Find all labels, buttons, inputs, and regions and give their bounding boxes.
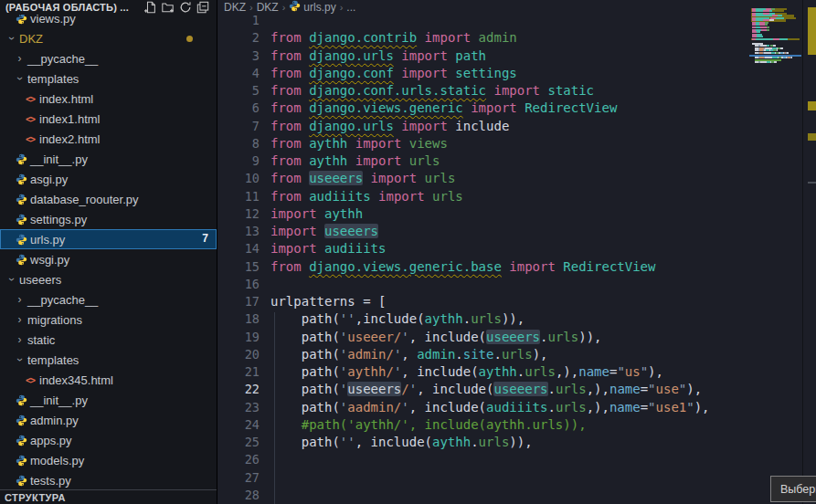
new-folder-icon[interactable] bbox=[159, 1, 176, 15]
tree-item-templates[interactable]: ›templates bbox=[0, 350, 217, 370]
code-line-5[interactable]: from django.conf.urls.static import stat… bbox=[270, 82, 749, 100]
line-number[interactable]: 28 bbox=[218, 487, 260, 504]
tree-item-models.py[interactable]: models.py bbox=[0, 450, 217, 470]
code-line-23[interactable]: path('aadmin/', include(audiiits.urls,),… bbox=[270, 399, 749, 416]
line-number[interactable]: 26 bbox=[218, 451, 260, 468]
line-number[interactable]: 23 bbox=[218, 399, 260, 416]
code-line-22[interactable]: path('useeers/', include(useeers.urls,),… bbox=[270, 381, 749, 398]
code-line-17[interactable]: urlpatterns = [ bbox=[270, 293, 749, 310]
tree-item-__init__.py[interactable]: __init__.py bbox=[0, 149, 217, 169]
tree-item-tests.py[interactable]: tests.py bbox=[0, 470, 217, 490]
line-number[interactable]: 12 bbox=[218, 205, 260, 223]
code-token: . bbox=[471, 435, 478, 449]
tree-item-index1.html[interactable]: <>index1.html bbox=[0, 109, 217, 129]
tree-item-index2.html[interactable]: <>index2.html bbox=[0, 129, 217, 149]
tree-item-asgi.py[interactable]: asgi.py bbox=[0, 169, 217, 189]
code-line-14[interactable]: import audiiits bbox=[270, 240, 749, 257]
code-line-4[interactable]: from django.conf import settings bbox=[270, 65, 749, 82]
line-number[interactable]: 14 bbox=[218, 240, 260, 257]
code-line-8[interactable]: from aythh import views bbox=[270, 135, 749, 152]
line-number[interactable]: 3 bbox=[218, 47, 260, 65]
code-line-19[interactable]: path('useeer/', include(useeers.urls)), bbox=[270, 329, 749, 346]
code-line-25[interactable]: path('', include(aythh.urls)), bbox=[270, 434, 749, 451]
line-number[interactable]: 20 bbox=[218, 346, 260, 363]
code-line-16[interactable] bbox=[270, 276, 749, 293]
code-line-24[interactable]: #path('aythh/', include(aythh.urls)), bbox=[270, 416, 749, 434]
outline-section-header[interactable]: СТРУКТУРА bbox=[0, 489, 217, 504]
line-number[interactable]: 17 bbox=[218, 293, 260, 310]
tree-item-DKZ[interactable]: ›DKZ bbox=[0, 28, 217, 48]
tree-item-wsgi.py[interactable]: wsgi.py bbox=[0, 249, 217, 269]
tree-item-migrations[interactable]: ›migrations bbox=[0, 310, 217, 330]
code-token: ), bbox=[694, 400, 710, 415]
tree-item-useeers[interactable]: ›useeers bbox=[0, 269, 217, 289]
line-number[interactable]: 8 bbox=[218, 135, 260, 152]
code-line-20[interactable]: path('admin/', admin.site.urls), bbox=[270, 346, 749, 363]
minimap[interactable] bbox=[749, 5, 801, 188]
code-editor[interactable]: from django.contrib import adminfrom dja… bbox=[270, 12, 749, 504]
tree-item-__pycache__[interactable]: ›__pycache__ bbox=[0, 289, 217, 310]
python-file-icon bbox=[14, 173, 28, 185]
line-number[interactable]: 5 bbox=[218, 82, 260, 100]
line-number[interactable]: 6 bbox=[218, 100, 260, 117]
code-token: name bbox=[609, 382, 641, 396]
code-line-27[interactable] bbox=[270, 469, 749, 487]
code-line-15[interactable]: from django.views.generic.base import Re… bbox=[270, 258, 749, 276]
code-line-26[interactable] bbox=[270, 451, 749, 468]
vscode-window: (РАБОЧАЯ ОБЛАСТЬ) ... bbox=[0, 0, 816, 504]
code-line-2[interactable]: from django.contrib import admin bbox=[270, 29, 749, 47]
line-number[interactable]: 11 bbox=[218, 188, 260, 205]
tree-item-templates[interactable]: ›templates bbox=[0, 68, 217, 89]
tree-item-apps.py[interactable]: apps.py bbox=[0, 430, 217, 450]
code-token: from bbox=[270, 30, 309, 45]
refresh-icon[interactable] bbox=[176, 1, 194, 15]
line-number[interactable]: 25 bbox=[218, 434, 260, 451]
line-number[interactable]: 22 bbox=[218, 381, 260, 398]
code-token: import bbox=[394, 66, 455, 80]
code-line-3[interactable]: from django.urls import path bbox=[270, 47, 749, 65]
code-token: django.conf.urls.static bbox=[309, 83, 486, 98]
line-number[interactable]: 16 bbox=[218, 276, 260, 293]
line-number[interactable]: 18 bbox=[218, 310, 260, 328]
tree-item-__pycache__[interactable]: ›__pycache__ bbox=[0, 48, 217, 68]
code-line-11[interactable]: from audiiits import urls bbox=[270, 188, 749, 205]
code-token: urls bbox=[525, 364, 556, 379]
code-line-9[interactable]: from aythh import urls bbox=[270, 152, 749, 170]
code-line-12[interactable]: import aythh bbox=[270, 205, 749, 223]
code-token: " bbox=[686, 400, 694, 415]
python-file-icon bbox=[14, 234, 28, 246]
code-token: )), bbox=[502, 311, 525, 326]
code-line-21[interactable]: path('aythh/', include(aythh.urls,),name… bbox=[270, 363, 749, 381]
tree-item-urls.py[interactable]: urls.py7 bbox=[0, 229, 217, 249]
line-number[interactable]: 15 bbox=[218, 258, 260, 276]
code-line-7[interactable]: from django.urls import include bbox=[270, 118, 749, 135]
collapse-all-icon[interactable] bbox=[194, 1, 211, 15]
code-line-10[interactable]: from useeers import urls bbox=[270, 170, 749, 187]
line-number[interactable]: 27 bbox=[218, 469, 260, 487]
tree-item-settings.py[interactable]: settings.py bbox=[0, 209, 217, 229]
line-number[interactable]: 21 bbox=[218, 363, 260, 381]
tree-item-database_roouter.py[interactable]: database_roouter.py bbox=[0, 189, 217, 209]
tree-item-__init__.py[interactable]: __init__.py bbox=[0, 390, 217, 410]
line-number[interactable]: 1 bbox=[218, 12, 260, 29]
code-line-18[interactable]: path('',include(aythh.urls)), bbox=[270, 310, 749, 328]
line-number[interactable]: 9 bbox=[218, 152, 260, 170]
line-number[interactable]: 24 bbox=[218, 416, 260, 434]
tree-item-static[interactable]: ›static bbox=[0, 330, 217, 350]
line-number[interactable]: 2 bbox=[218, 29, 260, 47]
code-line-6[interactable]: from django.views.generic import Redirec… bbox=[270, 100, 749, 117]
line-number[interactable]: 10 bbox=[218, 170, 260, 187]
python-file-icon bbox=[14, 415, 28, 426]
line-number[interactable]: 19 bbox=[218, 329, 260, 346]
new-file-icon[interactable] bbox=[142, 1, 159, 15]
line-number[interactable]: 4 bbox=[218, 65, 260, 82]
code-token: import bbox=[347, 153, 408, 168]
code-line-1[interactable] bbox=[270, 12, 749, 29]
tree-item-index345.html[interactable]: <>index345.html bbox=[0, 370, 217, 390]
tree-item-index.html[interactable]: <>index.html bbox=[0, 89, 217, 109]
tree-item-admin.py[interactable]: admin.py bbox=[0, 410, 217, 430]
line-number[interactable]: 13 bbox=[218, 223, 260, 240]
code-line-28[interactable] bbox=[270, 487, 749, 504]
code-line-13[interactable]: import useeers bbox=[270, 223, 749, 240]
line-number[interactable]: 7 bbox=[218, 118, 260, 135]
